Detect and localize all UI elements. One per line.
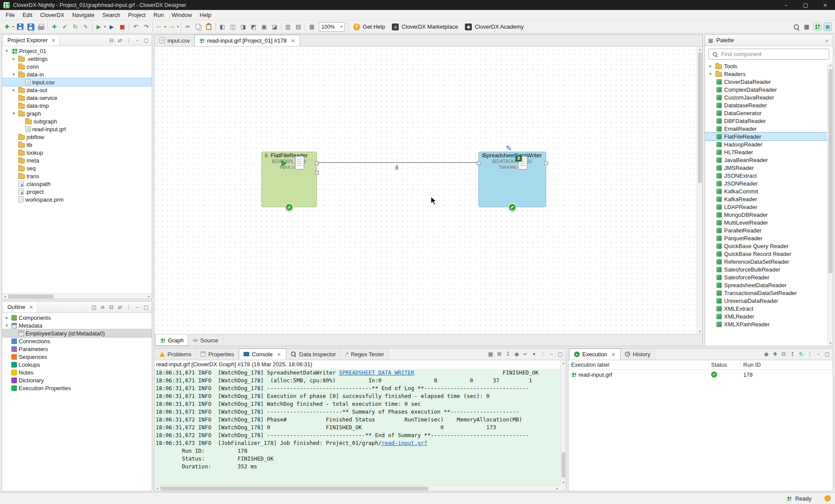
find-component-input[interactable]: Find component: [708, 49, 829, 60]
scroll-up-icon[interactable]: ▴: [561, 360, 566, 366]
stop-button[interactable]: ■: [117, 22, 127, 32]
open-perspective-button[interactable]: ▦: [802, 22, 812, 32]
display-console-icon[interactable]: ▦: [487, 350, 494, 358]
debug-graph-button[interactable]: ▶: [107, 22, 117, 32]
palette-item-transactionaldatasetreader[interactable]: TransactionalDataSetReader: [705, 289, 827, 297]
close-icon[interactable]: ×: [51, 37, 56, 43]
grid-toggle-button[interactable]: ▦: [307, 22, 317, 32]
outline-item-execution-properties[interactable]: Execution Properties: [2, 384, 152, 392]
search-button[interactable]: [791, 22, 802, 32]
redo-button[interactable]: ↷: [141, 22, 151, 32]
pin-console-icon[interactable]: ◉: [513, 350, 521, 358]
column-header-execution-label[interactable]: Execution label: [568, 360, 708, 369]
explorer-item-data-service[interactable]: data-service: [2, 94, 152, 102]
close-icon[interactable]: ×: [277, 351, 281, 358]
notification-icon[interactable]: [825, 495, 831, 501]
editor-tab-input-csv[interactable]: input.csv: [155, 35, 194, 46]
expander-icon[interactable]: ▾: [708, 72, 713, 76]
explorer-item-trans[interactable]: trans: [2, 172, 152, 180]
palette-item-xmlxpathreader[interactable]: XMLXPathReader: [705, 320, 827, 328]
explorer-item-meta[interactable]: meta: [2, 156, 152, 164]
palette-item-javabeanreader[interactable]: JavaBeanReader: [705, 156, 827, 164]
explorer-item-subgraph[interactable]: subgraph: [2, 117, 152, 125]
palette-item-universaldatareader[interactable]: UniversalDataReader: [705, 297, 827, 305]
open-console-icon[interactable]: ▾: [530, 350, 538, 358]
palette-item-cloverdatareader[interactable]: CloverDataReader: [705, 78, 827, 86]
menu-project[interactable]: Project: [124, 10, 150, 20]
view-menu-icon[interactable]: ⋮: [806, 350, 814, 358]
marketplace-button[interactable]: ⌂CloverDX Marketplace: [388, 22, 461, 32]
console-vscrollbar[interactable]: ▴ ▾: [560, 360, 566, 485]
output-port[interactable]: [544, 161, 548, 165]
word-wrap-icon[interactable]: ↵: [521, 350, 529, 358]
explorer-item-read-input-grf[interactable]: read-input.grf: [2, 125, 152, 133]
expander-icon[interactable]: ▸: [4, 315, 10, 320]
explorer-item-data-in[interactable]: ▾data-in: [2, 70, 152, 78]
refresh-icon[interactable]: ↻: [797, 350, 805, 358]
canvas-vscrollbar[interactable]: ▴ ▾: [697, 46, 702, 334]
outline-tab[interactable]: Outline ×: [4, 302, 37, 312]
menu-run[interactable]: Run: [150, 10, 168, 20]
palette-item-multilevelreader[interactable]: MultiLevelReader: [705, 219, 827, 226]
scroll-right-icon[interactable]: ▸: [554, 486, 560, 491]
outline-item-dictionary[interactable]: Dictionary: [2, 376, 152, 384]
tab-console[interactable]: Console×: [239, 348, 286, 360]
view-tab-graph[interactable]: Graph: [155, 335, 188, 346]
back-button[interactable]: ←▾: [154, 22, 167, 32]
layout-icon[interactable]: ≡: [99, 303, 107, 311]
new-graph-button[interactable]: ✚: [49, 22, 60, 32]
palette-group-readers[interactable]: ▾Readers: [705, 70, 827, 78]
palette-item-salesforcebulkreader[interactable]: SalesforceBulkReader: [705, 265, 827, 273]
palette-item-jmsreader[interactable]: JMSReader: [705, 164, 827, 172]
palette-item-databasereader[interactable]: DatabaseReader: [705, 101, 827, 109]
palette-item-hl7reader[interactable]: HL7Reader: [705, 148, 827, 156]
column-header-status[interactable]: Status: [708, 360, 741, 369]
minimize-icon[interactable]: –: [134, 303, 141, 311]
run-graph-button[interactable]: ▶▾: [94, 22, 107, 32]
zoom-select[interactable]: 100%▾: [319, 22, 345, 32]
palette-item-emailreader[interactable]: EmailReader: [705, 125, 827, 133]
copy-button[interactable]: [193, 22, 204, 32]
dock-palette-icon[interactable]: ▹: [823, 36, 831, 44]
palette-item-dbfdatareader[interactable]: DBFDataReader: [705, 117, 827, 125]
palette-item-jsonextract[interactable]: JSONExtract: [705, 172, 827, 179]
validate-button[interactable]: ✔: [60, 22, 70, 32]
view-menu-icon[interactable]: ⋮: [125, 36, 133, 44]
execution-row[interactable]: read-input.grf✔178: [568, 370, 833, 379]
output-port[interactable]: [315, 161, 319, 165]
align-middle-button[interactable]: ▣: [259, 22, 269, 32]
explorer-item-seq[interactable]: seq: [2, 164, 152, 172]
link-editor-icon[interactable]: ⇄: [116, 303, 124, 311]
scroll-left-icon[interactable]: ◂: [154, 486, 160, 491]
scroll-lock-icon[interactable]: ↧: [504, 350, 512, 358]
tab-properties[interactable]: Properties: [196, 348, 239, 360]
explorer-item-settings[interactable]: ▸.settings: [2, 55, 152, 63]
palette-item-parquetreader[interactable]: ParquetReader: [705, 234, 827, 242]
log-link[interactable]: read-input.grf: [381, 440, 427, 446]
outline-item-sequences[interactable]: Sequences: [2, 353, 152, 361]
explorer-item-data-tmp[interactable]: data-tmp: [2, 102, 152, 109]
minimize-icon[interactable]: –: [134, 36, 141, 44]
explorer-item-project[interactable]: .project: [2, 188, 152, 196]
outline-item-metadata[interactable]: ▾Metadata: [2, 322, 152, 329]
menu-window[interactable]: Window: [168, 10, 196, 20]
export-icon[interactable]: ↥: [788, 350, 796, 358]
outline-item-parameters[interactable]: Parameters: [2, 345, 152, 353]
explorer-item-workspace-prm[interactable]: workspace.prm: [2, 196, 152, 203]
save-all-button[interactable]: [25, 22, 36, 32]
maximize-icon[interactable]: ▢: [823, 350, 831, 358]
clear-console-icon[interactable]: ⊠: [495, 350, 503, 358]
palette-item-ldapreader[interactable]: LDAPReader: [705, 203, 827, 211]
palette-item-hadoopreader[interactable]: HadoopReader: [705, 140, 827, 148]
align-right-button[interactable]: ◨: [238, 22, 248, 32]
pin-icon[interactable]: ◉: [762, 350, 770, 358]
palette-item-datagenerator[interactable]: DataGenerator: [705, 109, 827, 117]
scroll-down-icon[interactable]: ▾: [561, 480, 566, 485]
view-menu-icon[interactable]: ⋮: [125, 303, 133, 311]
log-link[interactable]: SPREADSHEET DATA WRITER: [339, 369, 414, 376]
output-port[interactable]: [315, 171, 319, 175]
tab-regex-tester[interactable]: .*Regex Tester: [341, 348, 389, 360]
menu-edit[interactable]: Edit: [19, 10, 36, 20]
forward-button[interactable]: →▾: [167, 22, 180, 32]
tab-history[interactable]: History: [621, 348, 655, 360]
